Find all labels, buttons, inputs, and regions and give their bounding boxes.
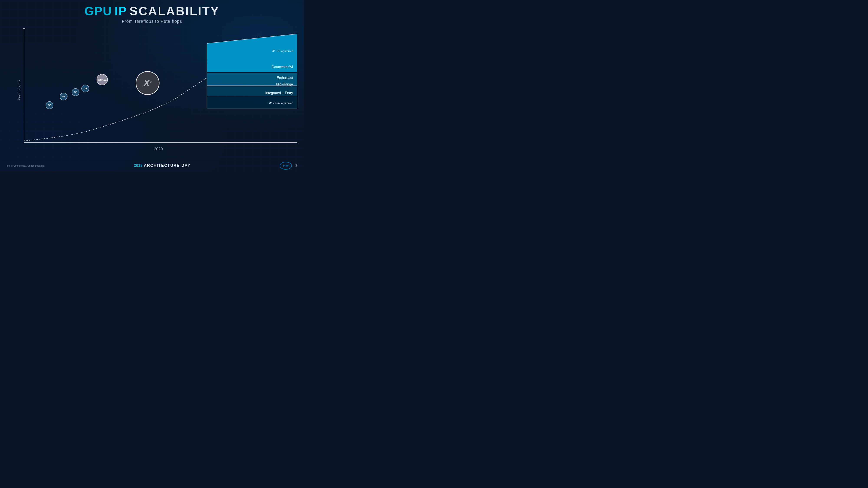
footer-center: 2018 ARCHITECTURE DAY (134, 163, 190, 168)
gen-node-g6: G6 (45, 101, 53, 109)
gen-node-g9: G9 (82, 85, 89, 92)
footer-year: 2018 (134, 163, 143, 168)
client-optimized-label: Xe Client optimized (269, 101, 293, 105)
title-ip: IP (115, 4, 127, 18)
title-line: GPU IP SCALABILITY (0, 4, 304, 18)
chart-area: Performance (9, 26, 300, 154)
xe-label: Xe (144, 78, 152, 88)
gen-node-g8: G8 (72, 88, 80, 96)
gen-node-g7: G7 (60, 93, 67, 100)
footer-right: intel 3 (280, 162, 297, 170)
footer-confidential: Intel® Confidential. Under embargo. (6, 164, 45, 167)
intel-logo: intel (280, 162, 292, 170)
title-scalability: SCALABILITY (129, 4, 219, 18)
tier-datacenter-label: Datacenter/AI (272, 65, 293, 69)
tier-midrange-label: Mid-Range (276, 83, 293, 86)
year-label: 2020 (154, 147, 163, 152)
title-gpu: GPU (85, 4, 112, 18)
page-number: 3 (295, 164, 297, 168)
dc-optimized-label: Xe DC optimized (272, 49, 293, 53)
tier-integrated-label: Integrated + Entry (265, 91, 293, 95)
header: GPU IP SCALABILITY From Teraflops to Pet… (0, 0, 304, 24)
footer-event: ARCHITECTURE DAY (144, 163, 190, 168)
chart-inner: G6 G7 G8 G9 Gen11 Xe (20, 28, 297, 143)
tier-enthusiast-label: Enthusiast (277, 76, 293, 80)
gen-node-xe: Xe (135, 71, 159, 95)
chart-svg (24, 28, 297, 143)
gen-node-gen11: Gen11 (97, 74, 108, 85)
subtitle: From Teraflops to Peta flops (0, 19, 304, 24)
footer: Intel® Confidential. Under embargo. 2018… (0, 160, 304, 171)
main-content: GPU IP SCALABILITY From Teraflops to Pet… (0, 0, 304, 171)
